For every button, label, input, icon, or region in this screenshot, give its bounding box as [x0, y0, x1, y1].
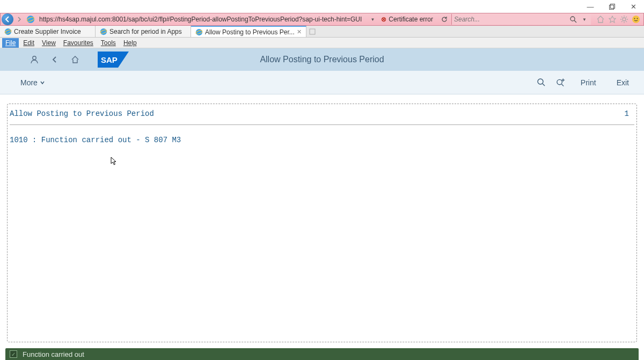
back-button[interactable]	[2, 13, 13, 25]
ie-icon	[195, 28, 203, 36]
minimize-button[interactable]: —	[580, 0, 601, 13]
svg-line-21	[543, 84, 545, 86]
browser-search-box: ▼	[451, 14, 591, 25]
tab-label: Allow Posting to Previous Per...	[205, 28, 295, 36]
refresh-button[interactable]	[437, 16, 451, 23]
cert-error-icon: ⊗	[381, 16, 386, 23]
certificate-error[interactable]: ⊗ Certificate error	[377, 16, 437, 23]
magnifier-icon	[569, 16, 577, 23]
back-arrow-icon	[4, 16, 11, 23]
more-menu-button[interactable]: More	[0, 78, 45, 87]
maximize-button[interactable]	[601, 0, 623, 13]
svg-line-5	[574, 20, 576, 23]
menu-favourites[interactable]: Favourites	[60, 38, 97, 48]
window-controls: — ✕	[580, 0, 644, 13]
sap-shell-left: SAP	[0, 52, 129, 68]
content-area: Allow Posting to Previous Period 1 1010 …	[7, 104, 637, 342]
svg-point-20	[538, 79, 543, 84]
sap-toolbar: More Print Exit	[0, 71, 644, 94]
content-heading: Allow Posting to Previous Period	[10, 109, 625, 118]
content-page-number: 1	[625, 109, 634, 118]
browser-right-icons	[593, 15, 643, 24]
menu-file[interactable]: File	[2, 38, 19, 48]
svg-point-6	[623, 18, 626, 21]
svg-rect-1	[610, 4, 614, 8]
svg-rect-16	[310, 29, 315, 34]
tab-close-button[interactable]: ✕	[297, 28, 302, 35]
menu-help[interactable]: Help	[120, 38, 140, 48]
maximize-icon	[609, 4, 615, 10]
tab-allow-posting[interactable]: Allow Posting to Previous Per... ✕	[191, 26, 306, 37]
tab-search-for-period[interactable]: Search for period in Apps	[96, 26, 191, 37]
status-check-icon: ✓	[10, 350, 17, 358]
smiley-icon[interactable]	[632, 15, 640, 24]
browser-nav-bar: ▼ ⊗ Certificate error ▼	[0, 13, 644, 26]
forward-arrow-icon	[17, 17, 22, 22]
content-message: 1010 : Function carried out - S 807 M3	[8, 125, 636, 155]
ie-icon	[100, 28, 107, 35]
content-header: Allow Posting to Previous Period 1	[8, 104, 636, 118]
browser-menu-bar: File Edit View Favourites Tools Help	[0, 38, 644, 48]
chevron-down-icon	[40, 80, 45, 85]
svg-point-8	[634, 18, 635, 19]
search-dropdown[interactable]: ▼	[580, 17, 589, 22]
svg-point-9	[637, 18, 638, 19]
exit-button[interactable]: Exit	[611, 75, 634, 90]
favorites-icon[interactable]	[608, 15, 617, 24]
menu-edit[interactable]: Edit	[20, 38, 38, 48]
new-tab-button[interactable]	[306, 26, 318, 37]
url-input[interactable]	[37, 14, 368, 25]
svg-text:SAP: SAP	[101, 55, 118, 64]
status-bar: ✓ Function carried out	[5, 348, 639, 360]
svg-point-17	[33, 56, 36, 60]
svg-point-7	[632, 16, 640, 23]
forward-button[interactable]	[14, 14, 24, 24]
ie-icon	[4, 28, 12, 35]
ie-icon	[26, 15, 35, 24]
home-icon[interactable]	[596, 15, 605, 24]
sap-logo: SAP	[98, 52, 129, 68]
close-window-button[interactable]: ✕	[623, 0, 644, 13]
search-button[interactable]	[537, 78, 546, 87]
sap-toolbar-right: Print Exit	[537, 75, 644, 90]
tab-label: Search for period in Apps	[109, 28, 182, 35]
svg-point-4	[570, 17, 575, 21]
cert-error-label: Certificate error	[389, 16, 433, 23]
tools-settings-icon[interactable]	[620, 15, 628, 24]
home-icon[interactable]	[70, 54, 80, 65]
browser-search-input[interactable]	[454, 16, 566, 23]
refresh-icon	[441, 16, 448, 23]
tab-label: Create Supplier Invoice	[14, 28, 81, 35]
browser-search-button[interactable]	[566, 16, 580, 23]
browser-tab-strip: Create Supplier Invoice Search for perio…	[0, 26, 644, 38]
svg-point-22	[557, 79, 562, 84]
print-button[interactable]: Print	[575, 75, 602, 90]
user-icon[interactable]	[29, 54, 40, 65]
menu-tools[interactable]: Tools	[98, 38, 119, 48]
new-tab-icon	[309, 28, 316, 35]
menu-view[interactable]: View	[39, 38, 59, 48]
url-dropdown[interactable]: ▼	[368, 17, 377, 22]
more-label: More	[20, 78, 38, 87]
page-title: Allow Posting to Previous Period	[260, 55, 384, 64]
svg-rect-0	[609, 5, 613, 9]
nav-back-icon[interactable]	[49, 54, 60, 65]
search-plus-button[interactable]	[556, 78, 566, 87]
status-text: Function carried out	[23, 350, 84, 358]
svg-line-23	[561, 84, 564, 86]
tab-create-supplier-invoice[interactable]: Create Supplier Invoice	[0, 26, 96, 37]
sap-shell-header: SAP Allow Posting to Previous Period	[0, 48, 644, 71]
